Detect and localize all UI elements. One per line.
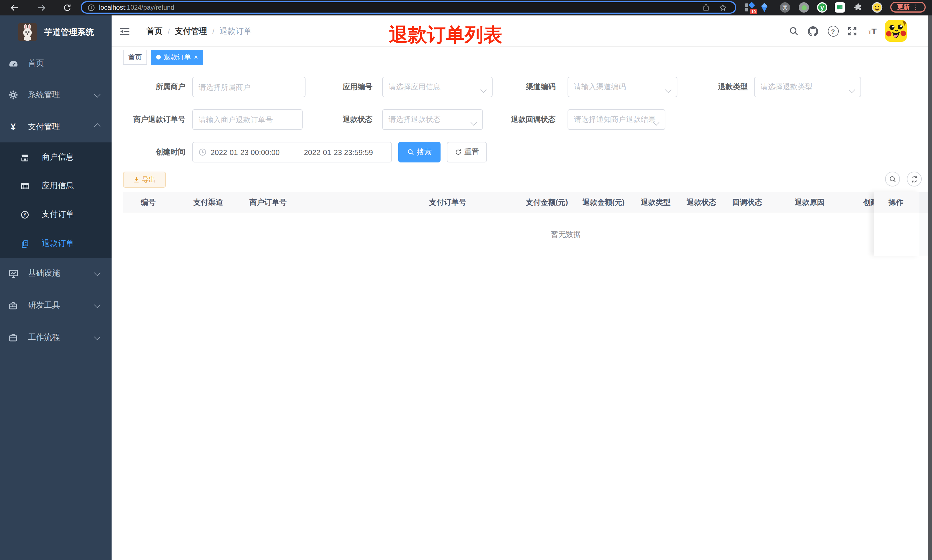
logo-rabbit-image [18, 23, 37, 41]
extension-devtools-icon[interactable]: 10 [743, 1, 756, 14]
table-search-toggle-button[interactable] [885, 172, 900, 186]
sidebar-item-label: 基础设施 [28, 268, 60, 278]
app-title: 芋道管理系统 [44, 27, 94, 38]
font-size-icon[interactable]: TT [864, 15, 881, 47]
tab-close-icon[interactable]: × [194, 54, 198, 61]
sidebar-item-label: 商户信息 [42, 152, 74, 162]
extension-gem-icon[interactable] [758, 1, 771, 14]
main-area: 首页 / 支付管理 / 退款订单 退款订单列表 ? TT [112, 15, 928, 560]
header-search-icon[interactable] [786, 15, 801, 47]
clock-icon [198, 148, 206, 156]
sidebar-collapse-icon[interactable] [117, 15, 133, 47]
chevron-down-icon [94, 91, 101, 98]
tab-label: 退款订单 [164, 52, 191, 62]
refund-type-select[interactable]: 请选择退款类型 [754, 77, 861, 97]
chevron-up-icon [94, 123, 101, 130]
sidebar-item-refund-order[interactable]: 退款订单 [0, 229, 112, 258]
tab-label: 首页 [128, 52, 142, 62]
extension-badge: 10 [750, 9, 757, 14]
extension-y-icon[interactable]: y [816, 1, 829, 14]
merchant-refund-no-input[interactable] [192, 109, 303, 130]
page-info-icon[interactable] [88, 4, 95, 11]
tab-home[interactable]: 首页 [123, 50, 147, 65]
sidebar-item-devtools[interactable]: 研发工具 [0, 290, 112, 321]
browser-menu-dots-icon[interactable]: ⋮ [912, 3, 919, 11]
sidebar-logo[interactable]: 芋道管理系统 [0, 15, 112, 53]
col-callback-status: 回调状态 [732, 192, 762, 213]
monitor-chart-icon [8, 269, 18, 278]
chevron-down-icon [654, 118, 658, 126]
breadcrumb-pay[interactable]: 支付管理 [175, 26, 207, 36]
reset-button-label: 重置 [464, 147, 479, 157]
sidebar-item-pay[interactable]: ¥ 支付管理 [0, 112, 112, 142]
refund-table: 编号 支付渠道 商户订单号 支付订单号 支付金额(元) 退款金额(元) 退款类型… [123, 192, 874, 256]
table-refresh-button[interactable] [907, 172, 922, 186]
filter-label-create-time: 创建时间 [112, 142, 192, 162]
fullscreen-icon[interactable] [844, 15, 860, 47]
sidebar-item-label: 退款订单 [42, 238, 74, 249]
sidebar-submenu-pay: 商户信息 应用信息 ¥ 支付订单 退款订单 [0, 142, 112, 258]
sidebar-item-system[interactable]: 系统管理 [0, 80, 112, 111]
sidebar-item-home[interactable]: 首页 [0, 48, 112, 79]
browser-toolbar: localhost:1024/pay/refund 10 ⌘ [0, 0, 932, 15]
sidebar-item-workflow[interactable]: 工作流程 [0, 322, 112, 353]
address-bar[interactable]: localhost:1024/pay/refund [81, 1, 736, 14]
date-separator: - [292, 148, 304, 157]
tags-view-bar: 首页 退款订单 × [112, 47, 928, 65]
github-icon[interactable] [805, 15, 821, 47]
page-scrollbar[interactable] [928, 15, 932, 560]
breadcrumb-separator: / [168, 26, 170, 36]
sidebar-item-label: 工作流程 [28, 332, 60, 343]
sidebar-item-app-info[interactable]: 应用信息 [0, 172, 112, 200]
chevron-down-icon [94, 334, 101, 340]
export-button[interactable]: 导出 [123, 172, 166, 188]
browser-forward-icon[interactable] [34, 0, 48, 15]
tab-refund-order[interactable]: 退款订单 × [151, 50, 203, 65]
col-merchant-order-no: 商户订单号 [249, 192, 287, 213]
breadcrumb-current: 退款订单 [220, 26, 252, 36]
app-select[interactable]: 请选择应用信息 [382, 77, 493, 97]
select-placeholder: 请选择通知商户退款结果 [574, 114, 659, 125]
chevron-down-icon [94, 270, 101, 276]
extension-dot-icon[interactable] [798, 1, 810, 14]
extensions-puzzle-icon[interactable] [852, 1, 864, 14]
extension-chat-icon[interactable] [834, 1, 846, 14]
briefcase-icon [8, 333, 18, 342]
sidebar-item-merchant-info[interactable]: 商户信息 [0, 143, 112, 172]
sidebar-item-pay-order[interactable]: ¥ 支付订单 [0, 200, 112, 229]
breadcrumb-home[interactable]: 首页 [146, 26, 163, 36]
refund-status-select[interactable]: 请选择退款状态 [382, 109, 483, 130]
table-bottom-border [123, 256, 928, 256]
browser-update-button[interactable]: 更新 ⋮ [890, 2, 926, 12]
channel-select[interactable]: 请输入渠道编码 [568, 77, 677, 97]
sidebar-item-infra[interactable]: 基础设施 [0, 258, 112, 289]
search-button[interactable]: 搜索 [398, 142, 441, 162]
col-refund-reason: 退款原因 [795, 192, 824, 213]
user-avatar[interactable] [885, 20, 907, 42]
help-icon[interactable]: ? [825, 15, 841, 47]
sidebar-item-label: 支付管理 [28, 122, 60, 132]
filter-label-callback-status: 退款回调状态 [478, 109, 568, 130]
share-icon[interactable] [702, 3, 710, 11]
merchant-input[interactable] [192, 77, 306, 97]
breadcrumb: 首页 / 支付管理 / 退款订单 [146, 15, 252, 47]
bookmark-star-icon[interactable] [718, 3, 727, 12]
col-pay-amount: 支付金额(元) [526, 192, 568, 213]
extension-command-icon[interactable]: ⌘ [779, 1, 791, 14]
callback-status-select[interactable]: 请选择通知商户退款结果 [568, 109, 665, 130]
browser-back-icon[interactable] [8, 0, 21, 15]
filter-label-app: 应用编号 [296, 77, 382, 97]
filter-label-merchant-refund-no: 商户退款订单号 [112, 109, 192, 130]
update-label: 更新 [897, 3, 910, 11]
refund-document-icon [20, 239, 29, 248]
profile-emoji-avatar[interactable] [871, 1, 883, 14]
chevron-down-icon [471, 118, 476, 126]
reset-button[interactable]: 重置 [447, 142, 487, 162]
search-button-label: 搜索 [417, 147, 432, 157]
col-pay-order-no: 支付订单号 [429, 192, 466, 213]
sidebar-item-label: 研发工具 [28, 300, 60, 311]
create-time-range-picker[interactable]: 2022-01-23 00:00:00 - 2022-01-23 23:59:5… [192, 142, 392, 162]
top-navbar: 首页 / 支付管理 / 退款订单 退款订单列表 ? TT [112, 15, 928, 47]
col-action: 操作 [889, 192, 903, 213]
browser-reload-icon[interactable] [60, 0, 74, 15]
